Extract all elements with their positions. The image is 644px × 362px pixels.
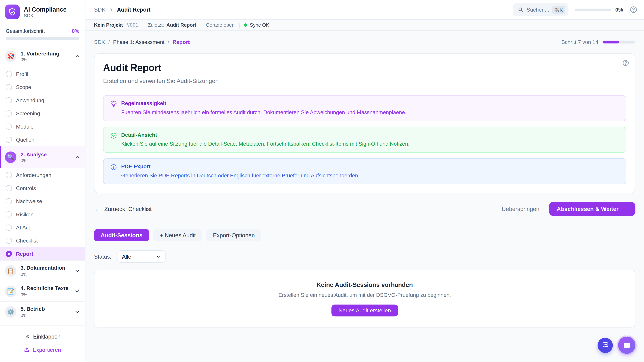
chevron-down-icon [74,268,80,274]
chevron-down-icon [74,309,80,315]
status-bar: Kein Projekt V001 | Zuletzt: Audit Repor… [85,20,644,31]
lightbulb-icon [110,100,117,108]
version-badge: V001 [127,22,138,28]
upload-icon [24,347,30,353]
floating-buttons [598,337,635,354]
radio-circle-icon [6,71,12,77]
radio-circle-icon [6,97,12,103]
phase-vorbereitung[interactable]: 🎯 1. Vorbereitung 0% [0,45,85,67]
info-box-regelmaessigkeit: Regelmaessigkeit Fuehren Sie mindestens … [103,95,626,121]
sidebar-item-module[interactable]: Module [0,120,85,133]
complete-next-button[interactable]: Abschliessen & Weiter → [549,202,636,216]
columns-icon [623,341,631,349]
phase-rechtliche-texte[interactable]: 📝 4. Rechtliche Texte 0% [0,281,85,301]
sidebar-item-quellen[interactable]: Quellen [0,133,85,146]
sync-status: Sync OK [244,22,269,28]
overall-progress-bar [6,37,79,40]
breadcrumb-report: Report [172,39,190,45]
keyboard-shortcut-badge: ⌘K [552,5,565,14]
radio-circle-icon [6,238,12,244]
info-box-title: Detail-Ansicht [121,132,410,138]
sidebar-item-anforderungen[interactable]: Anforderungen [0,168,85,181]
empty-state-title: Keine Audit-Sessions vorhanden [317,281,413,288]
card-help-button[interactable] [622,59,629,66]
back-button[interactable]: ← Zurueck: Checklist [94,205,152,213]
empty-state: Keine Audit-Sessions vorhanden Erstellen… [94,270,636,328]
radio-circle-icon [6,211,12,217]
topbar: SDK Audit Report Suchen... ⌘K 0% [85,0,644,20]
chat-bubble-icon [602,342,609,349]
phase-percent: 0% [20,158,70,163]
sidebar-item-nachweise[interactable]: Nachweise [0,195,85,208]
chevron-down-icon [156,254,161,259]
skip-button[interactable]: Ueberspringen [502,206,539,212]
sidebar-item-checklist[interactable]: Checklist [0,234,85,247]
clipboard-icon: 📋 [5,265,16,277]
radio-circle-icon [6,185,12,191]
sync-ok-dot-icon [244,23,247,27]
chevron-up-icon [74,53,80,59]
arrow-left-icon: ← [94,205,100,213]
search-icon [518,7,523,12]
question-circle-icon [630,6,638,13]
chevron-up-icon [74,154,80,160]
sidebar-item-screening[interactable]: Screening [0,107,85,120]
search-input[interactable]: Suchen... ⌘K [513,3,568,16]
columns-fab-button[interactable] [618,337,636,354]
header-progress-bar [575,8,611,11]
sidebar-item-report[interactable]: Report [0,247,85,260]
phase-percent: 0% [20,313,70,318]
phase-dokumentation[interactable]: 📋 3. Dokumentation 0% [0,260,85,281]
info-box-detail-ansicht: Detail-Ansicht Klicken Sie auf eine Sitz… [103,127,626,153]
create-audit-button[interactable]: Neues Audit erstellen [332,304,398,316]
phase-breadcrumb: SDK / Phase 1: Assessment / Report [94,39,190,45]
breadcrumb-sdk[interactable]: SDK [94,39,105,45]
radio-circle-icon [6,110,12,116]
arrow-right-icon: → [622,206,628,212]
collapse-sidebar-button[interactable]: Einklappen [0,330,85,343]
sidebar-item-anwendung[interactable]: Anwendung [0,93,85,107]
sidebar-item-profil[interactable]: Profil [0,67,85,80]
main-area: SDK Audit Report Suchen... ⌘K 0% Kein Pr… [85,0,644,362]
wizard-nav: ← Zurueck: Checklist Ueberspringen Absch… [94,202,636,216]
tab-neues-audit[interactable]: + Neues Audit [153,229,202,241]
sidebar-item-risiken[interactable]: Risiken [0,208,85,221]
sidebar: AI Compliance SDK Gesamtfortschritt 0% 🎯… [0,0,85,362]
phase-analyse[interactable]: 🔍 2. Analyse 0% [0,146,85,168]
shield-check-logo-icon [5,4,20,19]
audit-report-card: Audit Report Erstellen und verwalten Sie… [94,53,636,193]
phase-percent: 0% [20,272,70,276]
check-circle-icon [110,132,117,139]
tab-audit-sessions[interactable]: Audit-Sessions [94,229,149,241]
help-button[interactable] [630,6,638,13]
tab-export-optionen[interactable]: Export-Optionen [206,229,262,241]
sidebar-item-scope[interactable]: Scope [0,80,85,93]
status-select[interactable]: Alle [117,250,166,263]
breadcrumb-current: Audit Report [117,6,150,13]
sidebar-item-controls[interactable]: Controls [0,181,85,194]
target-icon: 🎯 [5,50,16,62]
app-title: AI Compliance [24,6,66,13]
phase-label: 5. Betrieb [20,306,70,313]
chevron-right-icon [109,7,114,12]
question-circle-icon [622,59,629,66]
app-root: AI Compliance SDK Gesamtfortschritt 0% 🎯… [0,0,644,362]
breadcrumb-phase[interactable]: Phase 1: Assessment [113,39,164,45]
info-box-body: Fuehren Sie mindestens jaehrlich ein for… [121,109,406,115]
last-label: Zuletzt: [148,22,164,28]
last-value: Audit Report [166,22,196,28]
app-subtitle: SDK [24,13,66,18]
sidebar-item-ai-act[interactable]: AI Act [0,221,85,234]
breadcrumb-root[interactable]: SDK [94,6,106,13]
chat-fab-button[interactable] [598,338,613,353]
overall-progress: Gesamtfortschritt 0% [0,24,85,45]
empty-state-subtitle: Erstellen Sie ein neues Audit, um mit de… [278,292,451,298]
phase-label: 3. Dokumentation [20,265,70,272]
phase-betrieb[interactable]: ⚙️ 5. Betrieb 0% [0,301,85,322]
chevron-down-icon [74,288,80,294]
active-dot-icon [6,251,12,257]
gear-icon: ⚙️ [5,306,16,318]
export-button[interactable]: Exportieren [0,343,85,356]
memo-icon: 📝 [5,285,16,297]
breadcrumb: SDK Audit Report [94,6,150,13]
